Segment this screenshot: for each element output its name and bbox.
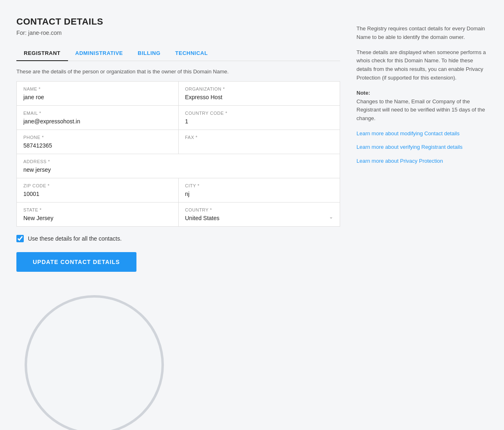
phone-label: PHONE * — [23, 135, 172, 140]
country-dropdown-icon[interactable]: ⌄ — [329, 214, 333, 220]
country-code-input[interactable] — [185, 118, 334, 125]
tab-administrative[interactable]: ADMINISTRATIVE — [68, 46, 131, 61]
sidebar-note-label: Note: — [356, 90, 370, 96]
use-details-row: Use these details for all the contacts. — [16, 235, 340, 242]
phone-input[interactable] — [23, 142, 172, 149]
section-description: These are the details of the person or o… — [16, 68, 340, 75]
sidebar-note: Note: Changes to the Name, Email or Comp… — [356, 89, 488, 123]
city-input[interactable] — [185, 191, 334, 197]
name-input[interactable] — [23, 94, 172, 100]
learn-more-privacy-link[interactable]: Learn more about Privacy Protection — [356, 157, 488, 165]
use-details-label: Use these details for all the contacts. — [28, 235, 122, 242]
email-input[interactable] — [23, 118, 172, 125]
country-label: COUNTRY * — [185, 207, 334, 212]
page-title: CONTACT DETAILS — [16, 16, 340, 27]
magnify-overlay — [25, 295, 164, 430]
org-label: ORGANIZATION * — [185, 86, 334, 91]
learn-more-modifying-link[interactable]: Learn more about modifying Contact detai… — [356, 130, 488, 138]
learn-more-verifying-link[interactable]: Learn more about verifying Registrant de… — [356, 143, 488, 151]
sidebar-text-1: The Registry requires contact details fo… — [356, 25, 488, 42]
email-label: EMAIL * — [23, 111, 172, 116]
fax-label: FAX * — [185, 135, 334, 140]
sidebar-text-2: These details are displayed when someone… — [356, 48, 488, 82]
name-label: NAME * — [23, 86, 172, 91]
address-input[interactable] — [23, 166, 333, 173]
tabs-container: REGISTRANT ADMINISTRATIVE BILLING TECHNI… — [16, 46, 340, 61]
state-label: STATE * — [23, 207, 172, 212]
use-details-checkbox[interactable] — [16, 235, 24, 242]
tab-technical[interactable]: TECHNICAL — [168, 46, 216, 61]
update-contact-button[interactable]: UPDATE CONTACT DETAILS — [16, 252, 136, 272]
country-code-label: COUNTRY CODE * — [185, 111, 334, 116]
contact-form-table: NAME * ORGANIZATION * E — [16, 81, 340, 227]
sidebar: The Registry requires contact details fo… — [356, 16, 488, 414]
city-label: CITY * — [185, 183, 334, 188]
zip-input[interactable] — [23, 191, 172, 197]
org-input[interactable] — [185, 94, 334, 100]
country-input[interactable] — [185, 215, 324, 221]
page-subtitle: For: jane-roe.com — [16, 30, 340, 36]
zip-label: ZIP CODE * — [23, 183, 172, 188]
tab-registrant[interactable]: REGISTRANT — [16, 46, 68, 61]
tab-billing[interactable]: BILLING — [130, 46, 168, 61]
state-input[interactable] — [23, 215, 172, 221]
fax-input[interactable] — [185, 142, 334, 149]
sidebar-note-text: Changes to the Name, Email or Company of… — [356, 98, 485, 122]
address-label: ADDRESS * — [23, 159, 333, 164]
